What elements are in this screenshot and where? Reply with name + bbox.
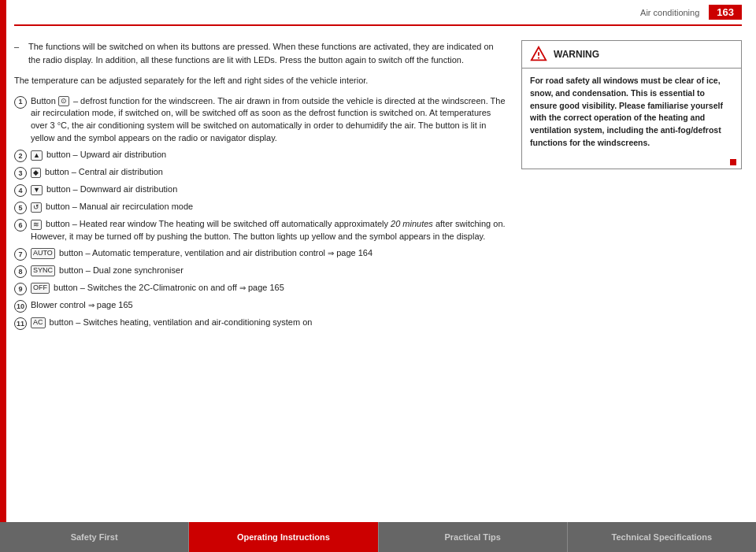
left-column: – The functions will be switched on when… [14,40,507,504]
item-3-content: ◆ button – Central air distribution [31,166,507,179]
item-9-content: OFF button – Switches the 2C-Climatronic… [31,282,507,295]
item-number-10: 10 [14,300,27,313]
numbered-list: 1 Button ⊙ – defrost function for the wi… [14,95,507,331]
footer-label-practical: Practical Tips [444,532,500,542]
btn-icon-sync: SYNC [31,265,55,276]
item-10-content: Blower control ⇒ page 165 [31,299,507,312]
page-number: 163 [709,5,742,20]
btn-icon-off: OFF [31,283,50,294]
arrow-9: ⇒ [239,283,246,292]
list-item: 7 AUTO button – Automatic temperature, v… [14,247,507,261]
footer-item-safety[interactable]: Safety First [0,522,189,552]
list-item: 9 OFF button – Switches the 2C-Climatron… [14,282,507,295]
main-content: – The functions will be switched on when… [0,26,756,504]
list-item: 6 ≋ button – Heated rear window The heat… [14,218,507,243]
list-item: 11 AC button – Switches heating, ventila… [14,317,507,330]
intro-bullet: – The functions will be switched on when… [14,40,507,66]
item-8-content: SYNC button – Dual zone synchroniser [31,265,507,277]
footer-label-technical: Technical Specifications [612,532,713,542]
footer-nav: Safety First Operating Instructions Prac… [0,522,756,552]
page-header: Air conditioning 163 [14,0,742,26]
footer-item-technical[interactable]: Technical Specifications [568,522,756,552]
item-number-8: 8 [14,265,27,278]
btn-icon-recirc: ↺ [31,202,42,213]
footer-item-practical[interactable]: Practical Tips [379,522,568,552]
arrow-7: ⇒ [328,249,334,257]
list-item: 1 Button ⊙ – defrost function for the wi… [14,95,507,146]
item-number-7: 7 [14,248,27,261]
list-item: 10 Blower control ⇒ page 165 [14,299,507,313]
dash-symbol: – [14,40,19,54]
item-number-6: 6 [14,219,27,232]
intro-text-content: The functions will be switched on when i… [28,42,494,65]
item-number-4: 4 [14,184,27,197]
item-number-11: 11 [14,317,27,330]
btn-icon-center: ◆ [31,168,41,179]
item-2-content: ▲ button – Upward air distribution [31,149,507,161]
footer-item-operating[interactable]: Operating Instructions [189,522,378,552]
item-number-1: 1 [14,96,27,109]
btn-icon-ac: AC [31,317,46,328]
footer-label-operating: Operating Instructions [237,532,330,542]
item-11-content: AC button – Switches heating, ventilatio… [31,317,507,329]
warning-footer [522,156,741,169]
footer-label-safety: Safety First [71,532,118,542]
list-item: 4 ▼ button – Downward air distribution [14,183,507,197]
item-5-content: ↺ button – Manual air recirculation mode [31,201,507,213]
warning-label: WARNING [554,49,599,60]
warning-box: WARNING For road safety all windows must… [521,40,742,169]
chapter-title: Air conditioning [640,8,699,17]
right-column: WARNING For road safety all windows must… [521,40,742,504]
red-square-icon [730,159,736,165]
arrow-10: ⇒ [88,301,94,309]
list-item: 5 ↺ button – Manual air recirculation mo… [14,201,507,214]
list-item: 2 ▲ button – Upward air distribution [14,149,507,162]
list-item: 3 ◆ button – Central air distribution [14,166,507,180]
item-number-2: 2 [14,150,27,162]
btn-icon-defrost: ⊙ [58,96,69,107]
item-4-content: ▼ button – Downward air distribution [31,183,507,196]
btn-icon-down: ▼ [31,185,43,196]
item-number-9: 9 [14,283,27,295]
warning-header: WARNING [522,41,741,69]
red-accent-bar [0,0,6,552]
temperature-text: The temperature can be adjusted separate… [14,74,507,87]
item-6-content: ≋ button – Heated rear window The heatin… [31,218,507,243]
warning-triangle-icon [530,46,547,63]
warning-text: For road safety all windows must be clea… [530,75,733,150]
list-item: 8 SYNC button – Dual zone synchroniser [14,265,507,278]
btn-icon-up: ▲ [31,150,43,161]
svg-point-2 [539,57,539,58]
item-7-content: AUTO button – Automatic temperature, ven… [31,247,507,260]
item-number-5: 5 [14,202,27,214]
warning-body: For road safety all windows must be clea… [522,69,741,156]
item-1-content: Button ⊙ – defrost function for the wind… [31,95,507,146]
item-number-3: 3 [14,167,27,180]
italic-minutes: 20 minutes [391,219,433,228]
btn-icon-auto: AUTO [31,248,55,259]
btn-icon-rear: ≋ [31,220,42,231]
